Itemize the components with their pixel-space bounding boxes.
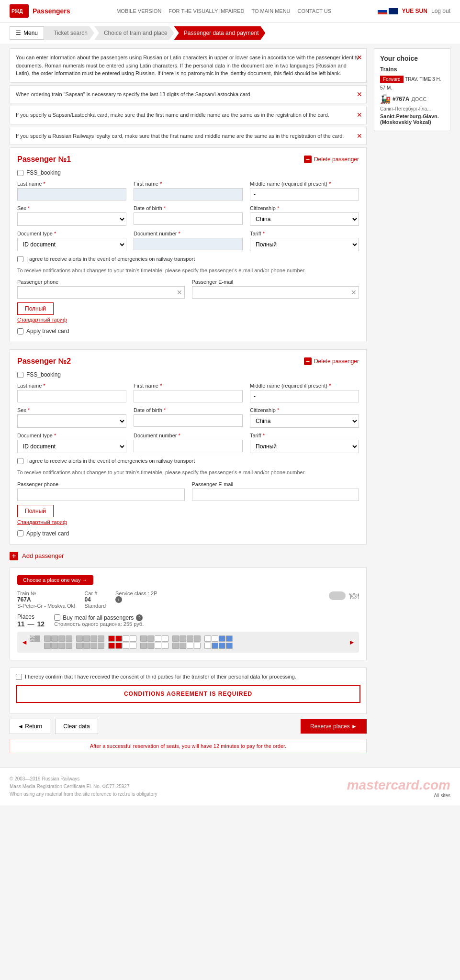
tariff-link-1[interactable]: Стандартный тариф — [17, 317, 67, 323]
seat[interactable] — [90, 635, 97, 642]
visually-impaired-link[interactable]: FOR THE VISUALLY IMPAIRED — [168, 8, 244, 14]
seat[interactable] — [187, 643, 193, 649]
clear-email-1[interactable]: ✕ — [351, 289, 357, 296]
tariff-button-1[interactable]: Полный — [17, 302, 54, 315]
seat[interactable] — [162, 643, 168, 649]
seat[interactable] — [76, 635, 83, 642]
seat[interactable] — [172, 635, 179, 642]
seat-selected-11[interactable] — [108, 635, 115, 642]
close-info-4[interactable]: ✕ — [357, 131, 362, 141]
agreement-checkbox[interactable] — [16, 674, 22, 680]
add-passenger-button[interactable]: + Add passenger — [10, 552, 367, 560]
seat[interactable] — [219, 635, 225, 642]
seat[interactable] — [219, 643, 225, 649]
seat[interactable] — [123, 635, 129, 642]
close-info-3[interactable]: ✕ — [357, 110, 362, 120]
seat[interactable] — [123, 643, 129, 649]
seating-arrow-right[interactable]: ► — [348, 638, 355, 646]
last-name-input-1[interactable] — [17, 188, 126, 200]
fss-booking-2-checkbox[interactable] — [17, 372, 23, 378]
meal-checkbox[interactable] — [54, 614, 60, 621]
seat[interactable] — [226, 635, 233, 642]
meal-info-icon[interactable]: ? — [136, 614, 143, 621]
seat[interactable] — [51, 643, 58, 649]
seat-selected-12[interactable] — [115, 635, 122, 642]
middle-name-input-2[interactable] — [250, 390, 359, 402]
tariff-select-1[interactable]: Полный — [250, 238, 359, 251]
seat[interactable] — [66, 635, 72, 642]
first-name-input-1[interactable] — [134, 188, 243, 200]
service-info-icon[interactable]: i — [115, 596, 122, 603]
delete-passenger-1-button[interactable]: − Delete passenger — [304, 156, 359, 163]
seat[interactable] — [130, 635, 136, 642]
seat[interactable] — [212, 635, 218, 642]
seat[interactable] — [140, 635, 147, 642]
alerts-check-2[interactable] — [17, 458, 23, 464]
doc-type-select-2[interactable]: ID document — [17, 440, 126, 453]
car-toggle[interactable] — [329, 591, 346, 600]
travel-card-check-1[interactable] — [17, 328, 23, 334]
seat[interactable] — [162, 635, 168, 642]
close-info-1[interactable]: ✕ — [357, 53, 362, 63]
seat[interactable] — [180, 635, 186, 642]
seat[interactable] — [172, 643, 179, 649]
fss-booking-1-checkbox[interactable] — [17, 170, 23, 176]
seat[interactable] — [76, 643, 83, 649]
doc-type-select-1[interactable]: ID document — [17, 238, 126, 251]
first-name-input-2[interactable] — [134, 390, 243, 402]
seat[interactable] — [130, 643, 136, 649]
dob-input-1[interactable] — [134, 212, 243, 225]
phone-input-2[interactable] — [17, 489, 185, 501]
doc-number-input-2[interactable] — [134, 440, 243, 452]
seat[interactable] — [58, 643, 65, 649]
seat[interactable] — [187, 635, 193, 642]
all-sites-link[interactable]: All sites — [347, 793, 450, 798]
last-name-input-2[interactable] — [17, 390, 126, 402]
reserve-button[interactable]: Reserve places ► — [301, 719, 367, 734]
citizenship-select-2[interactable]: China — [250, 414, 359, 428]
clear-phone-1[interactable]: ✕ — [177, 289, 182, 296]
seat[interactable] — [98, 643, 104, 649]
seating-arrow-left[interactable]: ◄ — [21, 638, 28, 646]
alerts-check-1[interactable] — [17, 256, 23, 262]
step-choice-train[interactable]: Choice of train and place — [94, 26, 174, 40]
delete-passenger-2-button[interactable]: − Delete passenger — [304, 357, 359, 365]
step-ticket-search[interactable]: Ticket search — [44, 26, 94, 40]
seat[interactable] — [140, 643, 147, 649]
step-passenger-data[interactable]: Passenger data and payment — [174, 26, 266, 40]
seat[interactable] — [147, 635, 154, 642]
seat[interactable] — [66, 643, 72, 649]
main-menu-link[interactable]: TO MAIN MENU — [251, 8, 290, 14]
seat[interactable] — [115, 643, 122, 649]
seat[interactable] — [212, 643, 218, 649]
sex-select-2[interactable] — [17, 414, 126, 428]
close-info-2[interactable]: ✕ — [357, 89, 362, 100]
seat[interactable] — [90, 643, 97, 649]
email-input-1[interactable] — [192, 286, 359, 299]
seat[interactable] — [44, 643, 51, 649]
tariff-button-2[interactable]: Полный — [17, 505, 54, 517]
seat[interactable] — [155, 643, 161, 649]
clear-button[interactable]: Clear data — [55, 719, 98, 734]
middle-name-input-1[interactable] — [250, 188, 359, 200]
seat[interactable] — [58, 635, 65, 642]
choose-place-badge[interactable]: Choose a place one way → — [17, 575, 93, 585]
dob-input-2[interactable] — [134, 414, 243, 427]
seat[interactable] — [194, 643, 201, 649]
travel-card-check-2[interactable] — [17, 530, 23, 536]
seat[interactable] — [226, 643, 233, 649]
seat[interactable] — [204, 635, 211, 642]
seat[interactable] — [108, 643, 115, 649]
flag-en[interactable] — [389, 8, 398, 14]
seat[interactable] — [98, 635, 104, 642]
tariff-link-2[interactable]: Стандартный тариф — [17, 519, 67, 525]
seat[interactable] — [204, 643, 211, 649]
menu-button[interactable]: ☰ Menu — [10, 26, 44, 40]
citizenship-select-1[interactable]: China — [250, 212, 359, 226]
flag-ru[interactable] — [378, 8, 387, 14]
seat[interactable] — [180, 643, 186, 649]
return-button[interactable]: ◄ Return — [10, 719, 50, 734]
email-input-2[interactable] — [192, 489, 359, 501]
doc-number-input-1[interactable] — [134, 238, 243, 250]
tariff-select-2[interactable]: Полный — [250, 440, 359, 453]
